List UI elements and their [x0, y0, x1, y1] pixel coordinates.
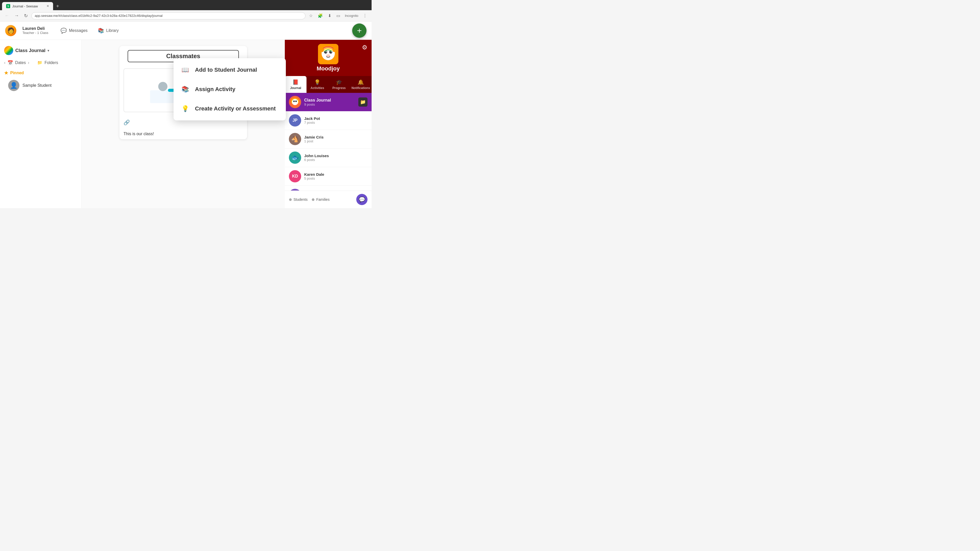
messages-nav[interactable]: 💬 Messages — [59, 27, 89, 35]
chat-fab[interactable]: 💬 — [356, 194, 368, 205]
mordi-seem-avatar: MS — [289, 189, 301, 191]
moodjoy-avatar-svg — [318, 44, 339, 64]
sidebar-toggle-btn[interactable]: ▭ — [335, 12, 342, 19]
moodjoy-avatar — [318, 44, 339, 64]
folders-label: Folders — [45, 60, 58, 65]
tab-close-btn[interactable]: × — [47, 4, 49, 8]
user-info: Lauren Deli Teacher - 1 Class — [22, 26, 48, 35]
bookmark-btn[interactable]: ☆ — [307, 12, 314, 19]
student-list-item[interactable]: 🐴 Jamie Cris 1 post — [285, 130, 372, 148]
create-activity-label: Create Activity or Assessment — [195, 105, 275, 112]
karen-dale-posts: 5 posts — [304, 176, 368, 180]
add-button[interactable]: + — [352, 24, 366, 38]
class-journal-avatar — [289, 96, 301, 108]
assign-activity-icon: 📚 — [181, 85, 190, 94]
john-louises-info: John Louises 6 posts — [304, 154, 368, 162]
chat-icon: 💬 — [359, 197, 365, 203]
svg-point-18 — [293, 100, 295, 102]
user-name: Lauren Deli — [22, 26, 48, 31]
calendar-icon: 📅 — [7, 60, 13, 65]
settings-icon[interactable]: ⚙ — [362, 44, 368, 51]
dropdown-menu: 📖 Add to Student Journal 📚 Assign Activi… — [173, 58, 286, 121]
messages-icon: 💬 — [60, 27, 67, 34]
dates-label: Dates — [15, 60, 26, 65]
journal-nav-icon: 📕 — [293, 79, 299, 85]
moodjoy-name: Moodjoy — [317, 65, 340, 72]
sample-student-name: Sample Student — [22, 83, 52, 88]
app-header: 🧑 Lauren Deli Teacher - 1 Class 💬 Messag… — [0, 21, 372, 40]
class-journal-folder-btn[interactable]: 📁 — [358, 97, 368, 106]
student-list-item[interactable]: JP Jack Pot 7 posts — [285, 111, 372, 130]
class-icon-img — [4, 46, 13, 55]
add-students-btn[interactable]: ⊕ Students — [289, 197, 307, 202]
reload-btn[interactable]: ↻ — [22, 12, 29, 20]
toolbar-actions: ☆ 🧩 ⬇ ▭ Incognito ⋮ — [307, 12, 369, 19]
browser-toolbar: ← → ↻ app.seesaw.me/#/class/class.e01bf4… — [0, 10, 372, 21]
download-btn[interactable]: ⬇ — [326, 12, 333, 19]
jack-pot-name: Jack Pot — [304, 116, 368, 121]
class-journal-item[interactable]: Class Journal 9 posts 📁 — [285, 93, 372, 111]
main-content: Class Journal ▾ ‹ 📅 Dates › 📁 Folders ★ — [0, 40, 372, 208]
class-icon — [4, 46, 13, 55]
address-bar[interactable]: app.seesaw.me/#/class/class.e01bf4c2-9a2… — [32, 12, 305, 19]
active-tab[interactable]: S Journal - Seesaw × — [2, 2, 53, 10]
journal-nav-item[interactable]: 📕 Journal — [285, 76, 307, 93]
class-journal-posts: 9 posts — [304, 103, 355, 106]
student-list-item[interactable]: KD Karen Dale 5 posts — [285, 167, 372, 186]
add-students-plus-icon: ⊕ — [289, 197, 292, 202]
activities-nav-icon: 💡 — [314, 79, 321, 85]
pinned-section: ★ Pinned 👤 Sample Student — [0, 68, 81, 95]
star-icon: ★ — [4, 70, 8, 76]
add-student-journal-item[interactable]: 📖 Add to Student Journal — [173, 60, 286, 79]
app: 🧑 Lauren Deli Teacher - 1 Class 💬 Messag… — [0, 21, 372, 208]
sample-student-item[interactable]: 👤 Sample Student — [4, 78, 77, 93]
new-tab-btn[interactable]: + — [54, 2, 61, 10]
tab-title: Journal - Seesaw — [12, 4, 38, 8]
folder-icon: 📁 — [37, 60, 42, 65]
menu-btn[interactable]: ⋮ — [361, 12, 369, 19]
date-nav[interactable]: 📅 Dates — [7, 59, 26, 67]
pinned-label: Pinned — [10, 71, 24, 75]
folders-btn[interactable]: 📁 Folders — [33, 58, 62, 67]
student-list-item[interactable]: MS Mordi Seem 5 posts — [285, 186, 372, 191]
class-journal-name: Class Journal — [304, 98, 355, 103]
add-journal-icon: 📖 — [181, 65, 190, 75]
assign-activity-item[interactable]: 📚 Assign Activity — [173, 79, 286, 99]
forward-btn[interactable]: → — [13, 12, 21, 19]
back-btn[interactable]: ← — [3, 12, 11, 19]
right-nav: 📕 Journal 💡 Activities 🎓 Progress 🔔 Noti… — [285, 76, 372, 93]
jamie-cris-info: Jamie Cris 1 post — [304, 135, 368, 143]
left-chevron-icon[interactable]: ‹ — [4, 60, 5, 65]
post-caption: This is our class! — [119, 129, 247, 139]
progress-nav-item[interactable]: 🎓 Progress — [328, 76, 350, 93]
right-top: Moodjoy ⚙ — [285, 40, 372, 76]
student-list: JP Jack Pot 7 posts 🐴 Jamie Cris 1 post — [285, 111, 372, 191]
header-nav: 💬 Messages 📚 Library — [59, 27, 120, 35]
add-journal-label: Add to Student Journal — [195, 67, 257, 73]
svg-rect-0 — [150, 90, 176, 103]
karen-dale-initials: KD — [292, 174, 298, 179]
class-chevron-icon: ▾ — [48, 48, 49, 52]
user-role: Teacher - 1 Class — [22, 31, 48, 35]
right-sidebar: Moodjoy ⚙ 📕 Journal 💡 Activities 🎓 Progr… — [285, 40, 372, 208]
extensions-btn[interactable]: 🧩 — [316, 12, 325, 19]
add-families-plus-icon: ⊕ — [312, 197, 315, 202]
class-selector[interactable]: Class Journal ▾ — [0, 44, 81, 57]
student-list-item[interactable]: 🐟 John Louises 6 posts — [285, 148, 372, 167]
url-text: app.seesaw.me/#/class/class.e01bf4c2-9a2… — [35, 14, 302, 17]
john-louises-avatar: 🐟 — [289, 151, 301, 164]
notifications-nav-label: Notifications — [352, 86, 370, 90]
create-activity-icon: 💡 — [181, 104, 190, 113]
browser-tabs: S Journal - Seesaw × + — [0, 0, 372, 10]
right-chevron-icon[interactable]: › — [28, 60, 29, 65]
notifications-nav-icon: 🔔 — [358, 79, 364, 85]
library-nav[interactable]: 📚 Library — [97, 27, 120, 35]
create-activity-item[interactable]: 💡 Create Activity or Assessment — [173, 99, 286, 118]
library-icon: 📚 — [98, 27, 104, 34]
karen-dale-name: Karen Dale — [304, 172, 368, 176]
jack-pot-info: Jack Pot 7 posts — [304, 116, 368, 124]
notifications-nav-item[interactable]: 🔔 Notifications — [350, 76, 372, 93]
activities-nav-item[interactable]: 💡 Activities — [307, 76, 328, 93]
pinned-header: ★ Pinned — [4, 70, 77, 76]
add-families-btn[interactable]: ⊕ Families — [312, 197, 329, 202]
